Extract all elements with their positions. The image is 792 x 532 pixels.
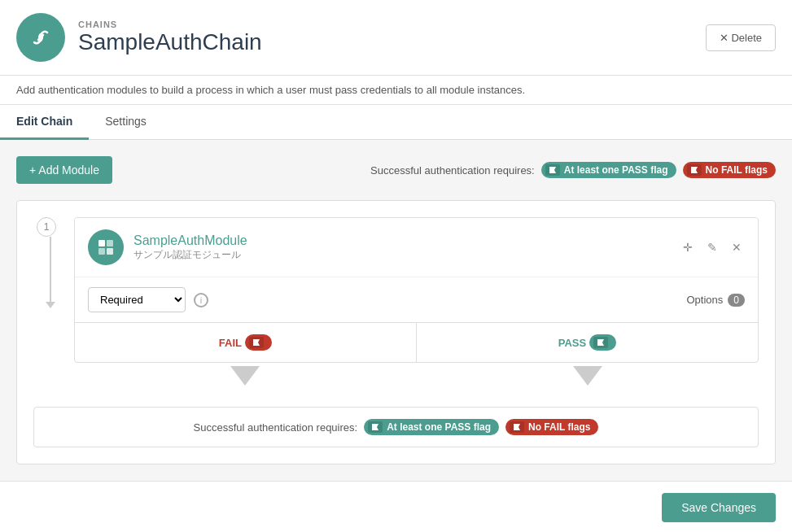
bottom-auth-requires: Successful authentication requires: At l… — [33, 407, 759, 447]
options-badge: 0 — [728, 294, 745, 307]
connector-arrow — [46, 302, 55, 308]
pass-outcome-cell: PASS — [417, 323, 759, 362]
fail-outcome-cell: FAIL — [75, 323, 417, 362]
module-card-header: SampleAuthModule サンプル認証モジュール ✛ ✎ ✕ — [75, 218, 758, 277]
svg-rect-1 — [107, 240, 113, 246]
pass-label: PASS — [558, 337, 586, 349]
save-changes-button[interactable]: Save Changes — [662, 493, 776, 522]
module-icon — [88, 229, 124, 265]
page-header: CHAINS SampleAuthChain ✕ Delete — [0, 0, 792, 76]
toolbar-row: + Add Module Successful authentication r… — [16, 156, 776, 184]
options-label: Options — [687, 294, 724, 306]
module-name: SampleAuthModule — [133, 233, 247, 248]
svg-rect-2 — [98, 248, 105, 255]
module-config-row: Required Optional Sufficient i Options 0 — [75, 277, 758, 322]
delete-button[interactable]: ✕ Delete — [706, 24, 776, 51]
module-config-select[interactable]: Required Optional Sufficient — [88, 287, 186, 312]
fail-arrow — [74, 363, 417, 403]
module-card-left: SampleAuthModule サンプル認証モジュール — [88, 229, 247, 265]
chain-connector — [46, 237, 55, 308]
module-config-left: Required Optional Sufficient i — [88, 287, 208, 312]
info-icon[interactable]: i — [194, 293, 208, 307]
connector-line — [50, 237, 51, 302]
bottom-fail-flag-icon — [510, 421, 524, 433]
page-title: SampleAuthChain — [78, 29, 262, 55]
bottom-pass-flag-icon — [368, 421, 383, 433]
module-info: SampleAuthModule サンプル認証モジュール — [133, 233, 247, 262]
add-module-button[interactable]: + Add Module — [16, 156, 112, 184]
tabs-bar: Edit Chain Settings — [0, 105, 792, 140]
chain-area: 1 — [16, 200, 776, 464]
bottom-auth-requires-label: Successful authentication requires: — [194, 421, 358, 434]
step-number: 1 — [37, 217, 56, 237]
outcome-row: FAIL PASS — [75, 322, 758, 362]
page-subtitle: Add authentication modules to build a pr… — [0, 76, 792, 105]
options-count: Options 0 — [687, 294, 746, 307]
page-footer: Save Changes — [0, 481, 792, 532]
bottom-no-fail-badge: No FAIL flags — [505, 419, 598, 435]
header-left: CHAINS SampleAuthChain — [16, 13, 262, 62]
header-text: CHAINS SampleAuthChain — [78, 20, 262, 55]
pass-flag-badge-header: At least one PASS flag — [541, 162, 676, 178]
chain-icon — [16, 13, 65, 62]
module-actions: ✛ ✎ ✕ — [680, 238, 745, 257]
pass-flag-icon-header — [545, 164, 560, 176]
auth-requires-header: Successful authentication requires: At l… — [370, 162, 776, 178]
module-card: SampleAuthModule サンプル認証モジュール ✛ ✎ ✕ Req — [74, 217, 759, 363]
fail-label: FAIL — [219, 337, 242, 349]
pass-outcome-badge — [589, 334, 616, 351]
tab-edit-chain[interactable]: Edit Chain — [0, 105, 89, 140]
svg-rect-0 — [98, 240, 105, 246]
svg-rect-3 — [107, 248, 113, 255]
move-module-button[interactable]: ✛ — [680, 238, 696, 257]
bottom-pass-flag-badge: At least one PASS flag — [364, 419, 499, 435]
tab-settings[interactable]: Settings — [89, 105, 163, 140]
pass-outcome-icon — [593, 337, 608, 348]
fail-outcome-icon — [249, 337, 264, 348]
pass-arrow — [417, 363, 759, 403]
remove-module-button[interactable]: ✕ — [729, 238, 745, 257]
main-content: + Add Module Successful authentication r… — [0, 140, 792, 481]
fail-arrow-shape — [230, 366, 260, 386]
auth-requires-label: Successful authentication requires: — [370, 164, 535, 177]
fail-outcome-badge — [245, 334, 272, 351]
outcome-arrows — [74, 363, 759, 403]
no-fail-badge-header: No FAIL flags — [683, 162, 776, 178]
fail-flag-icon-header — [687, 164, 702, 176]
breadcrumb: CHAINS — [78, 20, 262, 29]
module-subtitle: サンプル認証モジュール — [133, 248, 247, 262]
edit-module-button[interactable]: ✎ — [704, 238, 720, 257]
pass-arrow-shape — [573, 366, 602, 386]
